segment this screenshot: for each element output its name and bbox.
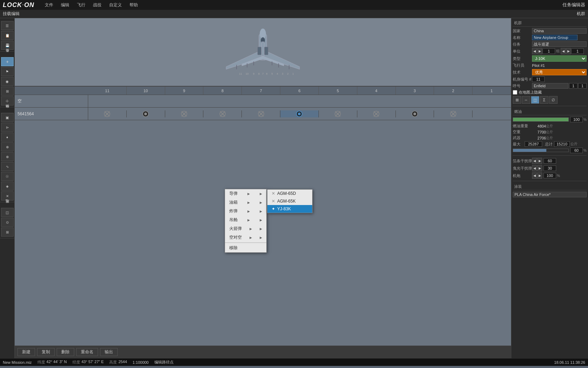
weapon-slot-2[interactable] — [434, 110, 472, 117]
gun-next-btn[interactable]: ▶ — [537, 172, 542, 179]
sidebar-btn-obj3[interactable]: ♦ — [1, 132, 14, 142]
sidebar-btn-mission1[interactable]: ✈ — [1, 57, 14, 66]
btn-copy[interactable]: 复制 — [37, 348, 55, 356]
mission-name: New Mission.miz — [3, 360, 32, 364]
menu-help[interactable]: 帮助 — [126, 1, 141, 9]
flare-label: 曳光干扰弹 — [513, 166, 532, 171]
weapon-slot-6[interactable] — [280, 110, 319, 117]
context-menu[interactable]: 导弹 ▶ ✕ AGM-65D ✕ AGM-65K ✦ — [225, 189, 267, 253]
ctx-pods[interactable]: 吊舱 ▶ — [225, 216, 266, 224]
btn-export[interactable]: 输出 — [100, 348, 118, 356]
sidebar-btn-map1[interactable]: ◫ — [1, 208, 14, 217]
callsign-dropdown[interactable]: Enfield — [532, 83, 568, 89]
aircraft-view: 11 10 9 8 7 6 5 4 3 2 1 — [15, 18, 511, 87]
sidebar-btn-obj5[interactable]: ⊗ — [1, 152, 14, 161]
skill-label: 技术 — [513, 70, 532, 75]
ctx-rockets[interactable]: 火箭弹 ▶ — [225, 224, 266, 233]
sidebar-btn-obj2[interactable]: ⊳ — [1, 123, 14, 132]
callsign-num2: 1 — [578, 83, 587, 89]
weapon-slot-3[interactable] — [396, 110, 434, 117]
submenu-yj83k[interactable]: ✦ YJ-83K — [267, 205, 312, 213]
submenu-agm65d[interactable]: ✕ AGM-65D — [267, 190, 312, 197]
unit-next-btn[interactable]: ▶ — [537, 48, 542, 54]
tool-move-btn[interactable]: ↔ — [522, 96, 530, 104]
flare-prev-btn[interactable]: ◀ — [532, 165, 537, 171]
country-label: 国家 — [513, 28, 532, 34]
tail-row: 机身编号 # 11 — [513, 76, 587, 82]
flare-next-btn[interactable]: ▶ — [537, 165, 542, 171]
fuel-weight-value: 4804 — [532, 124, 546, 128]
skill-dropdown[interactable]: 优秀 — [532, 69, 587, 75]
sidebar-btn-new[interactable]: ☰ — [1, 21, 14, 30]
ruler-8: 8 — [203, 87, 242, 95]
ctx-air-to-air[interactable]: 空对空 ▶ — [225, 233, 266, 242]
menu-edit[interactable]: 编辑 — [57, 1, 73, 9]
btn-delete[interactable]: 删除 — [57, 348, 74, 356]
pilot-value: Pilot #1 — [532, 63, 587, 68]
tool-sigma-btn[interactable]: Σ — [540, 96, 548, 104]
unit-prev2-btn[interactable]: ◀ — [561, 48, 566, 54]
svg-point-40 — [298, 113, 301, 115]
ctx-separator — [225, 243, 266, 243]
sidebar-btn-mission2[interactable]: ⚑ — [1, 67, 14, 76]
chaff-next-btn[interactable]: ▶ — [537, 158, 542, 164]
weapon-slot-4[interactable] — [357, 110, 396, 117]
bottom-buttons: 新建 复制 删除 重命名 输出 — [15, 346, 511, 358]
submenu-agm65k[interactable]: ✕ AGM-65K — [267, 197, 312, 205]
mission-dropdown[interactable]: 战斗巡逻 — [532, 41, 587, 47]
divider-1 — [513, 106, 587, 106]
tool-select-btn[interactable]: ◫ — [531, 96, 539, 104]
app-title: 任务编辑器 — [562, 2, 585, 8]
sidebar-btn-obj4[interactable]: ⊕ — [1, 142, 14, 151]
ctx-fuel-tanks[interactable]: 油箱 ▶ — [225, 198, 266, 207]
sidebar-btn-map3[interactable]: ⊞ — [1, 227, 14, 237]
country-dropdown[interactable]: China — [532, 28, 587, 34]
weapon-slot-11[interactable] — [88, 110, 127, 117]
sidebar-btn-mission4[interactable]: ⊞ — [1, 87, 14, 96]
livery-dropdown[interactable]: PLA China Air Force* — [513, 192, 587, 197]
btn-rename[interactable]: 重命名 — [76, 348, 98, 356]
tool-measure-btn[interactable]: ⊞ — [513, 96, 521, 104]
slot-icon-circle-10 — [142, 110, 149, 117]
ruler-11: 11 — [88, 87, 127, 95]
menu-file[interactable]: 文件 — [41, 1, 57, 9]
chaff-arrows: ◀ ▶ — [532, 158, 542, 164]
flare-value: 30 — [544, 165, 556, 171]
sidebar-btn-obj7[interactable]: ☉ — [1, 172, 14, 181]
sidebar-label-objects: 物体 — [5, 109, 10, 112]
onmap-checkbox[interactable] — [513, 90, 517, 95]
sidebar-btn-obj9[interactable]: ✕ — [1, 191, 14, 200]
name-input[interactable] — [532, 35, 578, 40]
weapon-slot-8[interactable] — [203, 110, 242, 117]
weapon-slot-10[interactable] — [127, 110, 165, 117]
sidebar-btn-obj1[interactable]: ▣ — [1, 113, 14, 122]
ctx-missiles[interactable]: 导弹 ▶ ✕ AGM-65D ✕ AGM-65K ✦ — [225, 189, 266, 198]
menu-custom[interactable]: 自定义 — [106, 1, 125, 9]
ctx-remove[interactable]: 移除 — [225, 244, 266, 252]
sidebar-btn-save[interactable]: 💾 — [1, 41, 14, 50]
sidebar-btn-mission3[interactable]: ◉ — [1, 77, 14, 86]
sidebar-btn-obj6[interactable]: ∿ — [1, 162, 14, 171]
ctx-bombs[interactable]: 炸弹 ▶ — [225, 207, 266, 216]
tool-clear-btn[interactable]: ∅ — [549, 96, 558, 104]
sidebar-btn-open[interactable]: 📋 — [1, 31, 14, 40]
weapon-slot-9[interactable] — [165, 110, 204, 117]
ruler-1: 1 — [472, 87, 511, 95]
ruler-7: 7 — [242, 87, 280, 95]
gun-prev-btn[interactable]: ◀ — [532, 172, 537, 179]
btn-new[interactable]: 新建 — [18, 348, 35, 356]
chaff-prev-btn[interactable]: ◀ — [532, 158, 537, 164]
weapon-slot-5[interactable] — [319, 110, 357, 117]
skill-row: 技术 优秀 — [513, 69, 587, 75]
menu-fly[interactable]: 飞行 — [74, 1, 89, 9]
svg-text:8: 8 — [258, 72, 260, 75]
menu-campaign[interactable]: 战役 — [90, 1, 105, 9]
tail-value: 11 — [532, 76, 545, 82]
sidebar-btn-mission5[interactable]: ☩ — [1, 96, 14, 105]
unit-prev-btn[interactable]: ◀ — [532, 48, 537, 54]
weapon-slot-7[interactable] — [242, 110, 280, 117]
type-dropdown[interactable]: J-10K — [532, 55, 587, 62]
unit-next2-btn[interactable]: ▶ — [566, 48, 571, 54]
sidebar-btn-obj8[interactable]: ◈ — [1, 182, 14, 191]
sidebar-btn-map2[interactable]: ⊙ — [1, 218, 14, 227]
